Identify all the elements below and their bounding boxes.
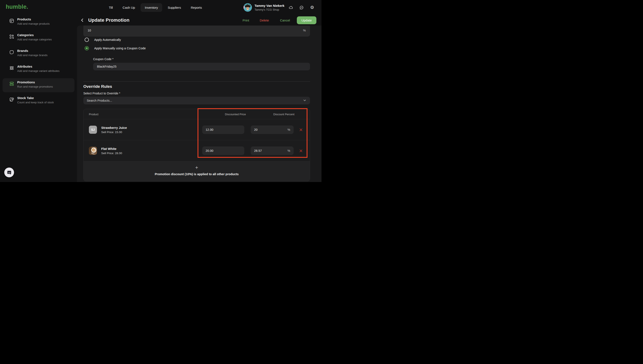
cloud-icon[interactable] (288, 5, 293, 10)
product-search-select[interactable]: Search Products... (83, 97, 310, 104)
top-icons: ⚙ (288, 5, 314, 10)
app-window: humble. Till Cash Up Inventory Suppliers… (0, 0, 322, 182)
product-cell: Flat White Sell Price: 28.00 (89, 147, 202, 155)
products-icon (9, 18, 14, 24)
percent-suffix: % (288, 128, 290, 132)
product-name: Flat White (101, 147, 122, 150)
sidebar-item-categories[interactable]: Categories Add and manage categories (2, 31, 74, 45)
coupon-code-input[interactable]: BlackFriday25 (93, 63, 310, 70)
column-header-discounted-price: Discounted Price (225, 113, 246, 116)
nav-cash-up[interactable]: Cash Up (118, 3, 139, 12)
chevron-down-icon (303, 98, 306, 103)
main-content: 10 % Apply Automatically Apply Manually … (77, 26, 322, 182)
user-meta: Tammy Van Niekerk Tammy's TCG Shop (254, 4, 286, 11)
sidebar-item-subtitle: Add and manage variant attributes (17, 69, 60, 72)
sidebar-item-title: Promotions (17, 80, 53, 84)
sidebar-item-subtitle: Count and keep track of stock (17, 101, 54, 104)
product-sell-price: Sell Price: 15.00 (101, 130, 127, 134)
discount-value-input[interactable]: 10 % (83, 26, 310, 36)
sidebar-item-title: Attributes (17, 65, 60, 68)
top-bar: humble. Till Cash Up Inventory Suppliers… (0, 0, 322, 15)
override-table: Product Discounted Price Discount Percen… (83, 109, 310, 181)
nav-inventory[interactable]: Inventory (140, 3, 162, 12)
discounted-price-input[interactable]: 20.00 (202, 146, 244, 155)
product-cell: SJ Strawberry Juice Sell Price: 15.00 (89, 126, 202, 134)
product-sell-price: Sell Price: 28.00 (101, 152, 122, 155)
humble-logo[interactable]: humble. (6, 4, 28, 10)
column-header-discount-percent: Discount Percent (274, 113, 294, 116)
sidebar-item-stock-take[interactable]: Stock Take Count and keep track of stock (2, 94, 74, 108)
discount-value-wrapper: 10 % (83, 26, 310, 36)
gear-icon[interactable]: ⚙ (310, 5, 314, 10)
categories-icon (9, 34, 14, 39)
percent-suffix: % (288, 149, 290, 152)
percent-suffix: % (303, 29, 306, 32)
stock-take-icon (9, 97, 14, 102)
apply-automatically-option[interactable]: Apply Automatically (85, 38, 310, 42)
back-icon[interactable] (80, 18, 85, 23)
add-override-row[interactable]: + Promotion discount (10%) is applied to… (84, 162, 310, 181)
sidebar-item-brands[interactable]: Brands Add and manage brands (2, 47, 74, 61)
radio-dot (86, 47, 88, 49)
sidebar-item-title: Products (17, 18, 50, 21)
search-placeholder: Search Products... (87, 99, 112, 102)
cancel-button[interactable]: Cancel (280, 18, 290, 22)
top-navigation: Till Cash Up Inventory Suppliers Reports (104, 0, 206, 15)
table-header: Product Discounted Price Discount Percen… (84, 109, 310, 119)
discounted-price-input[interactable]: 12.00 (202, 126, 244, 134)
sidebar-item-subtitle: Add and manage categories (17, 38, 52, 41)
user-area: Tammy Van Niekerk Tammy's TCG Shop (244, 0, 314, 15)
print-button[interactable]: Print (242, 18, 249, 22)
coupon-code-value: BlackFriday25 (97, 65, 116, 68)
section-divider (83, 82, 310, 82)
sidebar-item-promotions[interactable]: Promotions Run and manage promotions (2, 78, 74, 92)
radio-unselected[interactable] (85, 38, 89, 42)
plus-icon[interactable]: + (195, 165, 198, 170)
sidebar-item-products[interactable]: Products Add and manage products (2, 15, 74, 29)
page-title: Update Promotion (88, 18, 130, 23)
remove-row-icon[interactable] (298, 127, 304, 132)
promotion-note: Promotion discount (10%) is applied to a… (155, 172, 239, 176)
brands-icon (9, 50, 14, 55)
user-shop: Tammy's TCG Shop (254, 8, 286, 11)
chat-icon[interactable] (299, 5, 304, 10)
discount-percent-input[interactable]: 20 % (251, 126, 294, 134)
column-header-product: Product (89, 113, 98, 116)
support-chat-button[interactable] (4, 168, 14, 177)
update-button[interactable]: Update (297, 16, 316, 24)
header-actions: Print Delete Cancel Update (242, 16, 316, 24)
user-name: Tammy Van Niekerk (254, 4, 286, 8)
nav-till[interactable]: Till (104, 3, 117, 12)
sidebar-item-title: Categories (17, 33, 52, 37)
apply-manually-option[interactable]: Apply Manually using a Coupon Code (85, 46, 310, 50)
table-row: SJ Strawberry Juice Sell Price: 15.00 12… (84, 119, 310, 140)
coupon-code-label: Coupon Code * (93, 58, 310, 61)
user-avatar[interactable] (244, 3, 252, 12)
attributes-icon (9, 65, 14, 71)
sidebar-item-subtitle: Add and manage brands (17, 54, 48, 57)
delete-button[interactable]: Delete (260, 18, 269, 22)
page-header: Update Promotion Print Delete Cancel Upd… (77, 15, 322, 26)
radio-selected[interactable] (85, 46, 89, 50)
nav-reports[interactable]: Reports (186, 3, 206, 12)
table-row: Flat White Sell Price: 28.00 20.00 28.57… (84, 140, 310, 162)
sidebar-item-attributes[interactable]: Attributes Add and manage variant attrib… (2, 62, 74, 76)
sidebar: Products Add and manage products Categor… (0, 15, 77, 182)
discount-percent-input[interactable]: 28.57 % (251, 146, 294, 155)
remove-row-icon[interactable] (298, 148, 304, 153)
sidebar-item-subtitle: Run and manage promotions (17, 85, 53, 88)
nav-suppliers[interactable]: Suppliers (164, 3, 186, 12)
sidebar-item-title: Stock Take (17, 96, 54, 100)
radio-label[interactable]: Apply Manually using a Coupon Code (94, 46, 146, 50)
override-rules-heading: Override Rules (83, 84, 310, 89)
product-initials-avatar: SJ (89, 126, 97, 134)
discount-value: 10 (88, 29, 91, 32)
sidebar-item-title: Brands (17, 49, 48, 52)
select-product-label: Select Product to Override * (83, 92, 310, 95)
radio-label[interactable]: Apply Automatically (94, 38, 121, 42)
promotions-icon (9, 81, 14, 86)
support-chat-icon (6, 170, 12, 175)
flat-white-product-image (89, 147, 97, 155)
sidebar-item-subtitle: Add and manage products (17, 22, 50, 25)
product-name: Strawberry Juice (101, 126, 127, 130)
